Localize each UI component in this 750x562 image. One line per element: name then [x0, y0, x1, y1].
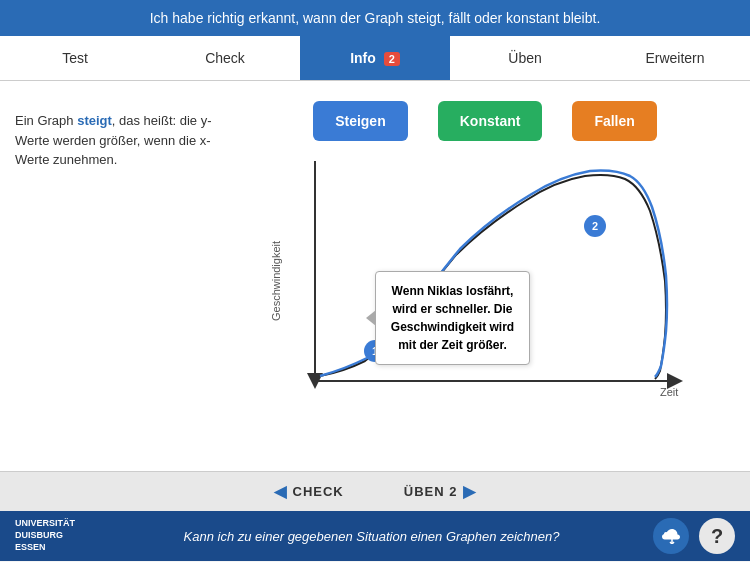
tab-erweitern[interactable]: Erweitern — [600, 36, 750, 80]
main-content: Ein Graph steigt, das heißt: die y-Werte… — [0, 81, 750, 471]
footer-icons: ? — [653, 518, 735, 554]
cloud-icon-button[interactable] — [653, 518, 689, 554]
chart-container: Geschwindigkeit Zeit 1 2 Wenn Niklas los… — [215, 151, 735, 421]
right-area: Steigen Konstant Fallen — [215, 101, 735, 461]
fallen-button[interactable]: Fallen — [572, 101, 656, 141]
top-banner-text: Ich habe richtig erkannt, wann der Graph… — [150, 10, 601, 26]
tooltip-text: Wenn Niklas losfährt, wird er schneller.… — [391, 284, 514, 352]
university-logo: UNIVERSITÄT DUISBURG ESSEN — [15, 518, 75, 553]
nav-check-label: CHECK — [293, 484, 344, 499]
left-text-panel: Ein Graph steigt, das heißt: die y-Werte… — [15, 101, 215, 461]
tooltip-arrow — [366, 310, 376, 326]
svg-text:Zeit: Zeit — [660, 386, 678, 398]
buttons-row: Steigen Konstant Fallen — [215, 101, 735, 141]
tab-info-badge: 2 — [384, 52, 400, 66]
footer: UNIVERSITÄT DUISBURG ESSEN Kann ich zu e… — [0, 511, 750, 561]
svg-text:2: 2 — [592, 220, 598, 232]
tab-check[interactable]: Check — [150, 36, 300, 80]
nav-ueben-button[interactable]: ÜBEN 2 ▶ — [404, 482, 477, 501]
top-banner: Ich habe richtig erkannt, wann der Graph… — [0, 0, 750, 36]
svg-text:Geschwindigkeit: Geschwindigkeit — [270, 241, 282, 321]
tab-bar: Test Check Info 2 Üben Erweitern — [0, 36, 750, 81]
bottom-nav: ◀ CHECK ÜBEN 2 ▶ — [0, 471, 750, 511]
footer-question-text: Kann ich zu einer gegebenen Situation ei… — [90, 529, 653, 544]
tab-test[interactable]: Test — [0, 36, 150, 80]
nav-ueben-label: ÜBEN 2 — [404, 484, 458, 499]
left-text-highlight: steigt — [77, 113, 112, 128]
help-icon-button[interactable]: ? — [699, 518, 735, 554]
konstant-button[interactable]: Konstant — [438, 101, 543, 141]
left-text-prefix: Ein Graph — [15, 113, 77, 128]
tab-ueben[interactable]: Üben — [450, 36, 600, 80]
steigen-button[interactable]: Steigen — [313, 101, 408, 141]
nav-check-button[interactable]: ◀ CHECK — [274, 482, 344, 501]
nav-left-arrow-icon: ◀ — [274, 482, 287, 501]
tab-info[interactable]: Info 2 — [300, 36, 450, 80]
nav-right-arrow-icon: ▶ — [463, 482, 476, 501]
tooltip-box: Wenn Niklas losfährt, wird er schneller.… — [375, 271, 530, 365]
